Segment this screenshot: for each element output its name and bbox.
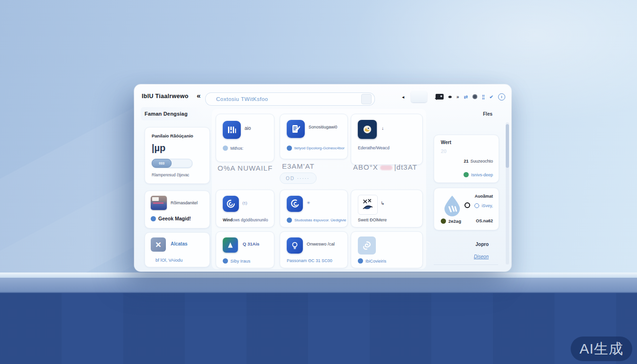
- app-card-a1[interactable]: aio Mithos:: [216, 114, 274, 162]
- sync-icon[interactable]: ⇄: [464, 94, 468, 100]
- green-badge-icon: [464, 172, 469, 177]
- media-card-action[interactable]: Geeok Magid!: [151, 216, 191, 221]
- bulb-app-icon: [287, 237, 303, 254]
- summary-title: Wert: [441, 140, 451, 145]
- media-card-label: Rõimasdanitel: [171, 200, 198, 205]
- nav-arrow-icon[interactable]: ◂: [402, 94, 404, 100]
- app-card-b3[interactable]: Onweswo /cal Passonam ΘC 31 SC00: [280, 231, 348, 268]
- swirl-app-icon: [223, 196, 239, 212]
- status-row-1: Auoãmat: [474, 194, 493, 199]
- tab-home[interactable]: Faman Dengsiag: [141, 107, 203, 120]
- badge-icon: [287, 218, 292, 223]
- section-label-a: O%A NUWAILF: [218, 164, 273, 172]
- app-a1-caption: Mithos:: [223, 146, 243, 151]
- app-a2-label: ⑴: [243, 200, 247, 207]
- back-chevron-icon[interactable]: «: [197, 91, 200, 100]
- highlight-blob: [380, 165, 392, 170]
- section-b-pill[interactable]: OD ·····: [280, 173, 317, 184]
- app-b1-label: Sonositiugawi0: [309, 125, 337, 129]
- ai-generated-watermark: AI生成: [571, 337, 632, 361]
- olive-badge-icon: [441, 218, 446, 224]
- sketch-bird-icon: [358, 195, 378, 215]
- shield-icon[interactable]: [473, 94, 477, 99]
- sidebar-media-card[interactable]: Rõimasdanitel Geeok Magid!: [145, 191, 210, 228]
- tab-label: Faman Dengsiag: [141, 111, 188, 117]
- x-glyph: ✕: [155, 240, 161, 249]
- summary-row1-number: 21: [464, 159, 468, 164]
- app-card-a2[interactable]: ⑴ Wind ows dgödibusnunilo: [216, 190, 274, 228]
- app-card-b1[interactable]: Sonositiugawi0 tietyod Dpcolorg-Gcineoc4…: [280, 114, 348, 159]
- tool-card-caption: bf lOl, VAiodu: [155, 257, 182, 263]
- section-c-right: |dt3AT: [394, 163, 418, 171]
- app-b1-caption-text: tietyod Dpcolorg-Gcineoc4bor: [294, 146, 345, 150]
- right-status-card[interactable]: Auoãmat iSvey, 2e2ag OS.na62: [434, 188, 499, 230]
- app-b2-caption-text: Studosbás ëspuvcor. Üedigivie: [294, 218, 346, 222]
- equalizer-app-icon: [223, 121, 241, 139]
- app-window: IbIU Tiaalrwewo « Coxtosiu TWitKsfoo ◂ »…: [134, 84, 511, 272]
- section-label-c: ABO°X|dt3AT: [353, 163, 418, 171]
- dot-icon[interactable]: [448, 96, 452, 98]
- app-a2-caption: Wind ows dgödibusnunilo: [223, 218, 268, 222]
- sidebar-profile-card[interactable]: Panilaio Rãóúçanio |µp 033 Rlamperesud č…: [145, 127, 210, 184]
- summary-faded-value: 20: [441, 148, 446, 154]
- app-card-c3[interactable]: IbiCovieiris: [351, 231, 423, 268]
- corner-label: Fles: [483, 111, 492, 117]
- desk-front-panel: [0, 293, 637, 364]
- check-icon[interactable]: ✔: [490, 94, 493, 100]
- app-card-b2[interactable]: ✳ Studosbás ëspuvcor. Üedigivie: [280, 190, 348, 228]
- desk-ledge: [0, 278, 637, 293]
- badge-icon: [358, 258, 363, 264]
- app-c2-label: ↳: [381, 200, 384, 206]
- progress-bar[interactable]: 033: [152, 159, 192, 168]
- section-c-left: ABO°X: [353, 163, 378, 171]
- mountain-app-icon: [223, 237, 238, 253]
- status-row3-text: 2e2ag: [448, 218, 461, 224]
- status-row2-text: iSvey,: [482, 203, 493, 208]
- caption-bold: Wind: [223, 218, 233, 222]
- app-a3-caption: Siby Iraus: [223, 258, 250, 264]
- bird-logo-icon: [358, 120, 377, 139]
- summary-row1-text: Suuzeochto: [470, 159, 493, 164]
- swirl-pattern-icon: [358, 237, 376, 255]
- app-c3-caption-text: IbiCovieiris: [365, 259, 386, 264]
- tool-app-icon: ✕: [151, 237, 166, 252]
- app-a1-caption-text: Mithos:: [230, 146, 243, 151]
- sidebar-tool-card[interactable]: ✕ Alcatas bf lOl, VAiodu: [145, 232, 210, 267]
- right-panel-label: Jopro: [434, 242, 489, 247]
- profile-card-title: Panilaio Rãóúçanio: [152, 133, 193, 138]
- status-row-3: 2e2ag: [441, 218, 461, 224]
- right-panel-link[interactable]: Diseon: [434, 254, 489, 259]
- caption-rest: ows dgödibusnunilo: [233, 218, 268, 222]
- app-c1-label: ↓: [382, 126, 384, 131]
- swirl-d-app-icon: [287, 196, 303, 212]
- columns-icon[interactable]: ¦¦: [482, 94, 485, 100]
- o-badge-icon: [464, 202, 470, 208]
- badge-icon: [287, 146, 292, 151]
- app-a3-caption-text: Siby Iraus: [230, 258, 250, 264]
- app-card-a3[interactable]: Q 31Ais Siby Iraus: [216, 231, 274, 268]
- app-b1-caption: tietyod Dpcolorg-Gcineoc4bor: [287, 146, 345, 151]
- status-row-4: OS.na62: [476, 218, 493, 223]
- summary-row-2: Isnivs-deep: [464, 172, 493, 177]
- info-icon[interactable]: i: [498, 93, 505, 100]
- search-action-button[interactable]: [361, 94, 372, 104]
- toolbar-icon-row: » ⇄ ¦¦ ✔ i: [436, 93, 505, 100]
- app-card-c2[interactable]: ↳ Swett ĐOlMere: [351, 190, 423, 228]
- water-drop-icon: [440, 194, 464, 218]
- scrollbar-thumb[interactable]: [506, 124, 509, 168]
- profile-card-caption: Rlamperesud čtjevac: [152, 173, 189, 177]
- app-card-c1[interactable]: ↓ Ederathe/Weacd: [351, 114, 423, 165]
- window-title: IbIU Tiaalrwewo: [142, 93, 189, 100]
- outline-circle-icon: [474, 203, 479, 208]
- right-summary-card[interactable]: Wert 20 21 Suuzeochto Isnivs-deep: [434, 135, 499, 183]
- search-placeholder: Coxtosiu TWitKsfoo: [216, 93, 268, 105]
- toggle-switch[interactable]: [411, 91, 427, 102]
- chevrons-icon[interactable]: »: [456, 94, 459, 100]
- search-input[interactable]: Coxtosiu TWitKsfoo: [205, 92, 375, 106]
- summary-row2-text: Isnivs-deep: [471, 173, 493, 177]
- globe-icon: [151, 216, 156, 221]
- section-label-b: E3AM'AT: [282, 162, 315, 170]
- summary-row-1: 21 Suuzeochto: [464, 159, 493, 164]
- scrollbar-track[interactable]: [506, 122, 509, 264]
- camera-icon[interactable]: [436, 94, 444, 100]
